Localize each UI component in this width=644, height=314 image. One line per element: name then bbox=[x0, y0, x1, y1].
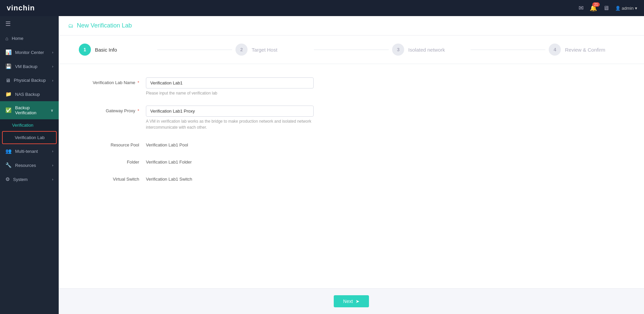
notification-badge: 21 bbox=[592, 2, 599, 7]
step-2-circle: 2 bbox=[235, 44, 248, 56]
page-footer: Next ➤ bbox=[59, 288, 644, 314]
sidebar-item-nas-backup[interactable]: 📁 NAS Backup bbox=[0, 87, 59, 101]
form-row-virtual-switch: Virtual Switch Verification Lab1 Switch bbox=[86, 174, 617, 182]
chevron-right-icon: › bbox=[52, 177, 53, 181]
step-4-label: Review & Confirm bbox=[565, 47, 605, 53]
page-title: New Verification Lab bbox=[77, 22, 132, 29]
form-row-gateway-proxy: Gateway Proxy * A VM in verification lab… bbox=[86, 106, 617, 130]
sidebar-item-system[interactable]: ⚙ System › bbox=[0, 172, 59, 186]
required-mark: * bbox=[138, 80, 139, 85]
sidebar-item-monitor-center[interactable]: 📊 Monitor Center › bbox=[0, 45, 59, 59]
step-4: 4 Review & Confirm bbox=[549, 44, 624, 56]
form-area: Verification Lab Name * Please input the… bbox=[59, 64, 644, 288]
required-mark: * bbox=[138, 108, 139, 113]
user-icon: 👤 bbox=[615, 6, 621, 11]
step-1: 1 Basic Info bbox=[79, 44, 154, 56]
page-header-icon: 🗂 bbox=[68, 23, 73, 29]
chevron-right-icon: › bbox=[52, 163, 53, 167]
verification-lab-highlight-box: Verification Lab bbox=[2, 131, 57, 144]
sidebar-item-backup-verification[interactable]: ✅ Backup Verification ∨ bbox=[0, 101, 59, 119]
label-folder: Folder bbox=[86, 157, 139, 165]
sidebar-item-label: Monitor Center bbox=[15, 50, 44, 55]
chevron-right-icon: › bbox=[52, 64, 53, 68]
main-content: 🗂 New Verification Lab 1 Basic Info 2 Ta… bbox=[59, 16, 644, 314]
sidebar-item-label: Physical Backup bbox=[14, 78, 46, 83]
user-menu[interactable]: 👤 admin ▾ bbox=[615, 6, 637, 11]
step-4-circle: 4 bbox=[549, 44, 561, 56]
step-3: 3 Isolated network bbox=[392, 44, 467, 56]
virtual-switch-value: Verification Lab1 Switch bbox=[146, 174, 314, 182]
menu-toggle[interactable]: ☰ bbox=[0, 16, 59, 32]
sidebar-item-vm-backup[interactable]: 💾 VM Backup › bbox=[0, 59, 59, 73]
verification-lab-name-input[interactable] bbox=[146, 77, 314, 88]
field-virtual-switch: Verification Lab1 Switch bbox=[146, 174, 314, 182]
step-3-label: Isolated network bbox=[408, 47, 445, 53]
form-row-folder: Folder Verification Lab1 Folder bbox=[86, 157, 617, 165]
step-divider-1 bbox=[157, 50, 232, 50]
top-nav-right: ✉ 🔔 21 🖥 👤 admin ▾ bbox=[579, 4, 637, 12]
main-layout: ☰ ⌂ Home 📊 Monitor Center › 💾 VM Backup … bbox=[0, 16, 644, 314]
top-navigation: vinchin ✉ 🔔 21 🖥 👤 admin ▾ bbox=[0, 0, 644, 16]
next-label: Next bbox=[343, 299, 353, 304]
notifications-icon[interactable]: 🔔 21 bbox=[590, 4, 597, 12]
nas-backup-icon: 📁 bbox=[5, 91, 12, 97]
physical-backup-icon: 🖥 bbox=[5, 77, 10, 83]
user-label: admin bbox=[622, 6, 634, 11]
chevron-right-icon: › bbox=[52, 149, 53, 153]
folder-value: Verification Lab1 Folder bbox=[146, 157, 314, 165]
next-button[interactable]: Next ➤ bbox=[334, 295, 369, 307]
home-icon: ⌂ bbox=[5, 36, 8, 41]
field-verification-lab-name: Please input the name of verification la… bbox=[146, 77, 314, 96]
step-1-circle: 1 bbox=[79, 44, 91, 56]
sidebar-item-label: Resources bbox=[15, 163, 36, 168]
form-row-resource-pool: Resource Pool Verification Lab1 Pool bbox=[86, 140, 617, 147]
field-gateway-proxy: A VM in verification lab works as the br… bbox=[146, 106, 314, 130]
next-icon: ➤ bbox=[356, 299, 360, 304]
step-3-circle: 3 bbox=[392, 44, 404, 56]
backup-verification-submenu: Verification Verification Lab bbox=[0, 119, 59, 144]
verification-lab-name-hint: Please input the name of verification la… bbox=[146, 90, 314, 96]
chevron-right-icon: › bbox=[52, 50, 53, 54]
label-verification-lab-name: Verification Lab Name * bbox=[86, 77, 139, 85]
form-row-verification-lab-name: Verification Lab Name * Please input the… bbox=[86, 77, 617, 96]
app-logo: vinchin bbox=[7, 4, 35, 12]
system-icon: ⚙ bbox=[5, 176, 10, 182]
sidebar-item-label: VM Backup bbox=[15, 64, 37, 69]
step-2: 2 Target Host bbox=[235, 44, 311, 56]
sidebar-item-physical-backup[interactable]: 🖥 Physical Backup › bbox=[0, 73, 59, 87]
gateway-proxy-hint: A VM in verification lab works as the br… bbox=[146, 118, 314, 130]
verification-sub-label: Verification bbox=[12, 123, 34, 128]
messages-icon[interactable]: ✉ bbox=[579, 4, 584, 12]
monitor-icon[interactable]: 🖥 bbox=[603, 5, 609, 12]
sidebar-item-label: Home bbox=[12, 36, 23, 41]
step-1-label: Basic Info bbox=[95, 47, 117, 53]
sidebar-item-verification[interactable]: Verification bbox=[0, 119, 59, 131]
page-header: 🗂 New Verification Lab bbox=[59, 16, 644, 36]
sidebar-item-label: System bbox=[13, 177, 28, 182]
step-divider-2 bbox=[314, 50, 389, 50]
step-divider-3 bbox=[471, 50, 546, 50]
verification-lab-label: Verification Lab bbox=[15, 135, 45, 140]
field-folder: Verification Lab1 Folder bbox=[146, 157, 314, 165]
sidebar-item-label: NAS Backup bbox=[15, 92, 40, 97]
vm-backup-icon: 💾 bbox=[5, 63, 12, 69]
chevron-down-icon: ∨ bbox=[51, 108, 53, 113]
label-gateway-proxy: Gateway Proxy * bbox=[86, 106, 139, 113]
user-chevron: ▾ bbox=[635, 6, 637, 11]
resources-icon: 🔧 bbox=[5, 162, 12, 168]
step-2-label: Target Host bbox=[252, 47, 277, 53]
sidebar-item-label: Multi-tenant bbox=[15, 149, 38, 154]
sidebar: ☰ ⌂ Home 📊 Monitor Center › 💾 VM Backup … bbox=[0, 16, 59, 314]
sidebar-item-verification-lab[interactable]: Verification Lab bbox=[3, 132, 56, 143]
wizard-steps: 1 Basic Info 2 Target Host 3 Isolated ne… bbox=[59, 36, 644, 64]
sidebar-item-resources[interactable]: 🔧 Resources › bbox=[0, 158, 59, 172]
sidebar-item-multi-tenant[interactable]: 👥 Multi-tenant › bbox=[0, 144, 59, 158]
multi-tenant-icon: 👥 bbox=[5, 148, 12, 154]
sidebar-item-label: Backup Verification bbox=[15, 105, 47, 115]
backup-verification-icon: ✅ bbox=[5, 107, 12, 113]
chevron-right-icon: › bbox=[52, 78, 53, 82]
field-resource-pool: Verification Lab1 Pool bbox=[146, 140, 314, 147]
gateway-proxy-input[interactable] bbox=[146, 106, 314, 117]
resource-pool-value: Verification Lab1 Pool bbox=[146, 140, 314, 147]
sidebar-item-home[interactable]: ⌂ Home bbox=[0, 32, 59, 45]
